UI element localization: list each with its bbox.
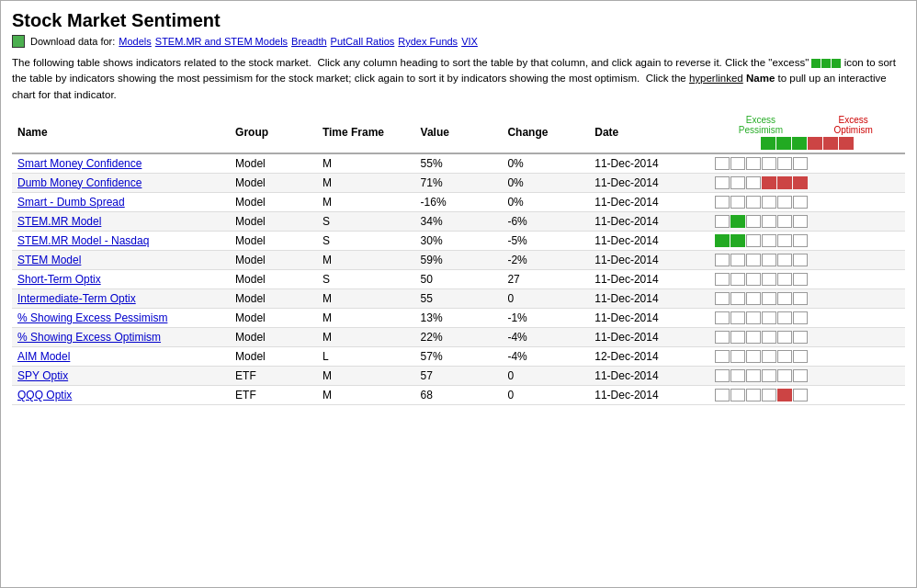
- header-box-6[interactable]: [839, 137, 854, 150]
- indicator-box-2: [730, 369, 745, 382]
- row-indicators: [709, 211, 905, 231]
- indicator-box-5: [777, 157, 792, 170]
- row-indicators: [709, 327, 905, 346]
- indicator-box-2: [730, 331, 745, 344]
- indicator-box-3: [746, 311, 761, 324]
- row-indicators: [709, 346, 905, 366]
- row-name-link[interactable]: % Showing Excess Optimism: [17, 331, 161, 344]
- row-change: 0: [502, 385, 589, 404]
- row-change: -5%: [502, 231, 589, 250]
- row-indicators: [709, 231, 905, 250]
- row-indicators: [709, 385, 905, 404]
- indicator-box-4: [762, 292, 776, 305]
- indicator-box-6: [793, 157, 808, 170]
- row-timeframe: M: [317, 327, 415, 346]
- indicator-box-3: [746, 292, 761, 305]
- link-putcall[interactable]: PutCall Ratios: [331, 36, 395, 47]
- row-date: 11-Dec-2014: [589, 153, 708, 174]
- indicator-box-5: [777, 369, 792, 382]
- row-value: 30%: [415, 231, 503, 250]
- link-breadth[interactable]: Breadth: [291, 36, 327, 47]
- row-name-link[interactable]: SPY Optix: [17, 369, 68, 382]
- row-indicators: [709, 250, 905, 269]
- indicator-box-3: [746, 215, 761, 228]
- header-box-1[interactable]: [761, 137, 775, 150]
- th-name[interactable]: Name: [12, 112, 230, 153]
- header-box-3[interactable]: [792, 137, 807, 150]
- indicator-box-5: [777, 389, 792, 401]
- indicator-box-6: [793, 234, 808, 247]
- row-change: -4%: [502, 346, 589, 366]
- row-group: Model: [230, 288, 317, 308]
- row-group: Model: [230, 327, 317, 346]
- row-change: 0: [502, 288, 589, 308]
- row-name-link[interactable]: STEM.MR Model: [17, 215, 101, 228]
- indicator-box-4: [762, 311, 776, 324]
- indicator-box-5: [777, 234, 792, 247]
- sentiment-table: Name Group Time Frame Value Change Date …: [12, 112, 905, 405]
- table-row: Smart - Dumb SpreadModelM-16%0%11-Dec-20…: [12, 192, 905, 211]
- row-date: 11-Dec-2014: [589, 192, 708, 211]
- row-name-link[interactable]: Dumb Money Confidence: [17, 176, 142, 189]
- row-value: 57%: [415, 346, 503, 366]
- indicator-box-2: [730, 273, 745, 286]
- row-name-link[interactable]: Smart Money Confidence: [17, 157, 142, 170]
- indicator-box-3: [746, 254, 761, 266]
- table-row: Intermediate-Term OptixModelM55011-Dec-2…: [12, 288, 905, 308]
- row-group: ETF: [230, 385, 317, 404]
- indicator-box-2: [730, 234, 745, 247]
- th-indicators[interactable]: ExcessPessimism ExcessOptimism: [709, 112, 905, 153]
- th-change[interactable]: Change: [502, 112, 589, 153]
- row-name-link[interactable]: Short-Term Optix: [17, 273, 101, 286]
- th-group[interactable]: Group: [230, 112, 317, 153]
- indicator-box-1: [715, 176, 730, 189]
- table-row: % Showing Excess OptimismModelM22%-4%11-…: [12, 327, 905, 346]
- indicator-box-1: [715, 215, 730, 228]
- row-value: 34%: [415, 211, 503, 231]
- table-row: QQQ OptixETFM68011-Dec-2014: [12, 385, 905, 404]
- indicator-box-5: [777, 176, 792, 189]
- row-timeframe: M: [317, 192, 415, 211]
- row-name-link[interactable]: Smart - Dumb Spread: [17, 196, 125, 209]
- row-value: 68: [415, 385, 503, 404]
- indicator-box-1: [715, 196, 730, 209]
- link-models[interactable]: Models: [119, 36, 151, 47]
- indicator-box-2: [730, 157, 745, 170]
- row-name-link[interactable]: STEM Model: [17, 254, 81, 266]
- row-group: Model: [230, 231, 317, 250]
- indicator-box-5: [777, 273, 792, 286]
- row-date: 11-Dec-2014: [589, 366, 708, 385]
- row-date: 11-Dec-2014: [589, 288, 708, 308]
- link-stem-mr[interactable]: STEM.MR and STEM Models: [155, 36, 288, 47]
- row-name-link[interactable]: AIM Model: [17, 350, 70, 363]
- th-date[interactable]: Date: [589, 112, 708, 153]
- indicator-box-5: [777, 196, 792, 209]
- indicator-box-6: [793, 389, 808, 401]
- header-box-2[interactable]: [776, 137, 791, 150]
- page-title: Stock Market Sentiment: [12, 10, 905, 31]
- row-name-link[interactable]: % Showing Excess Pessimism: [17, 311, 167, 324]
- indicator-box-1: [715, 311, 730, 324]
- indicator-box-5: [777, 292, 792, 305]
- row-date: 12-Dec-2014: [589, 346, 708, 366]
- th-value[interactable]: Value: [415, 112, 503, 153]
- row-name-link[interactable]: QQQ Optix: [17, 389, 72, 401]
- row-name-link[interactable]: STEM.MR Model - Nasdaq: [17, 234, 149, 247]
- row-timeframe: M: [317, 250, 415, 269]
- indicator-box-6: [793, 292, 808, 305]
- table-row: SPY OptixETFM57011-Dec-2014: [12, 366, 905, 385]
- th-timeframe[interactable]: Time Frame: [317, 112, 415, 153]
- indicator-box-3: [746, 350, 761, 363]
- indicator-box-4: [762, 273, 776, 286]
- indicator-box-3: [746, 273, 761, 286]
- indicator-box-1: [715, 254, 730, 266]
- link-vix[interactable]: VIX: [461, 36, 478, 47]
- header-box-5[interactable]: [823, 137, 838, 150]
- indicator-box-4: [762, 176, 776, 189]
- table-row: Smart Money ConfidenceModelM55%0%11-Dec-…: [12, 153, 905, 174]
- row-name-link[interactable]: Intermediate-Term Optix: [17, 292, 136, 305]
- link-rydex[interactable]: Rydex Funds: [398, 36, 458, 47]
- row-timeframe: M: [317, 153, 415, 174]
- header-box-4[interactable]: [808, 137, 822, 150]
- indicator-box-2: [730, 311, 745, 324]
